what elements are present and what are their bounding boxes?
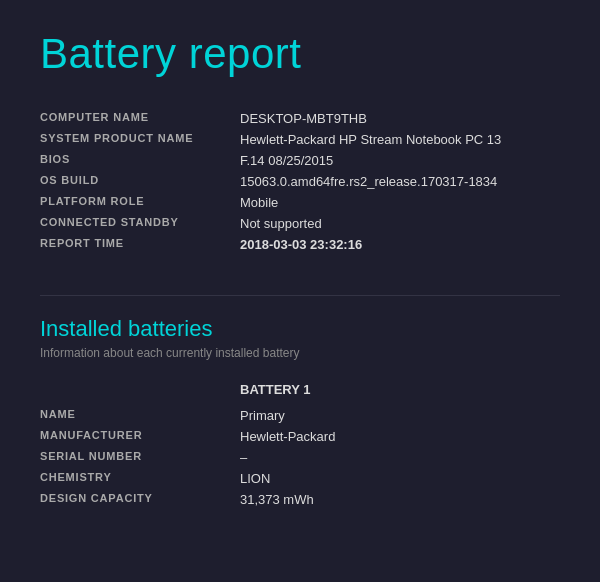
bios-row: BIOS F.14 08/25/2015 bbox=[40, 150, 560, 171]
battery-name-value: Primary bbox=[240, 405, 560, 426]
battery-header-row: BATTERY 1 bbox=[40, 380, 560, 405]
platform-role-label: PLATFORM ROLE bbox=[40, 192, 240, 213]
os-build-row: OS BUILD 15063.0.amd64fre.rs2_release.17… bbox=[40, 171, 560, 192]
system-product-name-label: SYSTEM PRODUCT NAME bbox=[40, 129, 240, 150]
battery-header-empty bbox=[40, 380, 240, 405]
battery-chemistry-value: LION bbox=[240, 468, 560, 489]
report-time-value: 2018-03-03 23:32:16 bbox=[240, 234, 560, 255]
battery-table: BATTERY 1 NAME Primary MANUFACTURER Hewl… bbox=[40, 380, 560, 510]
battery-serial-number-value: – bbox=[240, 447, 560, 468]
battery-manufacturer-value: Hewlett-Packard bbox=[240, 426, 560, 447]
connected-standby-value: Not supported bbox=[240, 213, 560, 234]
bios-value: F.14 08/25/2015 bbox=[240, 150, 560, 171]
page-container: Battery report COMPUTER NAME DESKTOP-MBT… bbox=[0, 0, 600, 582]
system-product-name-row: SYSTEM PRODUCT NAME Hewlett-Packard HP S… bbox=[40, 129, 560, 150]
battery-serial-number-label: SERIAL NUMBER bbox=[40, 447, 240, 468]
battery-design-capacity-row: DESIGN CAPACITY 31,373 mWh bbox=[40, 489, 560, 510]
report-time-row: REPORT TIME 2018-03-03 23:32:16 bbox=[40, 234, 560, 255]
battery-chemistry-row: CHEMISTRY LION bbox=[40, 468, 560, 489]
report-time-label: REPORT TIME bbox=[40, 234, 240, 255]
computer-name-row: COMPUTER NAME DESKTOP-MBT9THB bbox=[40, 108, 560, 129]
os-build-label: OS BUILD bbox=[40, 171, 240, 192]
installed-batteries-title: Installed batteries bbox=[40, 316, 560, 342]
page-title: Battery report bbox=[40, 30, 560, 78]
battery-chemistry-label: CHEMISTRY bbox=[40, 468, 240, 489]
battery-design-capacity-value: 31,373 mWh bbox=[240, 489, 560, 510]
battery-serial-number-row: SERIAL NUMBER – bbox=[40, 447, 560, 468]
system-info-table: COMPUTER NAME DESKTOP-MBT9THB SYSTEM PRO… bbox=[40, 108, 560, 255]
battery-name-row: NAME Primary bbox=[40, 405, 560, 426]
battery-header-label: BATTERY 1 bbox=[240, 380, 560, 405]
platform-role-row: PLATFORM ROLE Mobile bbox=[40, 192, 560, 213]
battery-manufacturer-label: MANUFACTURER bbox=[40, 426, 240, 447]
installed-batteries-subtitle: Information about each currently install… bbox=[40, 346, 560, 360]
system-product-name-value: Hewlett-Packard HP Stream Notebook PC 13 bbox=[240, 129, 560, 150]
battery-name-label: NAME bbox=[40, 405, 240, 426]
battery-design-capacity-label: DESIGN CAPACITY bbox=[40, 489, 240, 510]
battery-manufacturer-row: MANUFACTURER Hewlett-Packard bbox=[40, 426, 560, 447]
connected-standby-row: CONNECTED STANDBY Not supported bbox=[40, 213, 560, 234]
computer-name-value: DESKTOP-MBT9THB bbox=[240, 108, 560, 129]
section-divider bbox=[40, 295, 560, 296]
os-build-value: 15063.0.amd64fre.rs2_release.170317-1834 bbox=[240, 171, 560, 192]
platform-role-value: Mobile bbox=[240, 192, 560, 213]
connected-standby-label: CONNECTED STANDBY bbox=[40, 213, 240, 234]
computer-name-label: COMPUTER NAME bbox=[40, 108, 240, 129]
bios-label: BIOS bbox=[40, 150, 240, 171]
